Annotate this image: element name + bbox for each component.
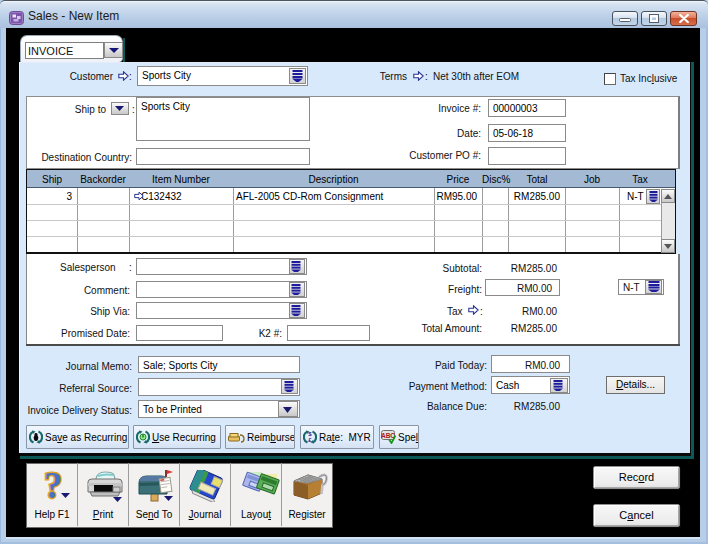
svg-text:ABC: ABC [381,432,395,439]
svg-text:?: ? [44,467,63,505]
